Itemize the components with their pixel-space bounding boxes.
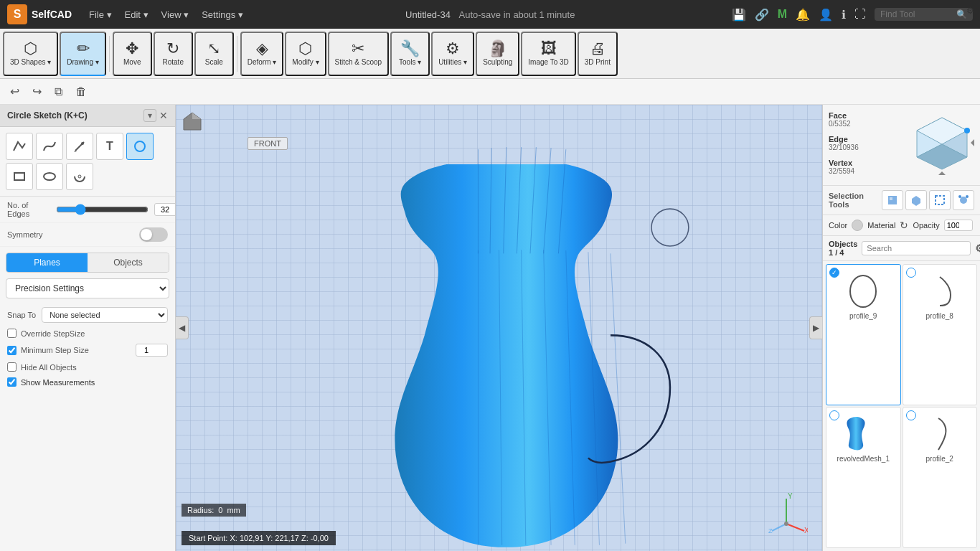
toolbar-utilities[interactable]: ⚙ Utilities ▾ bbox=[431, 32, 474, 76]
vase-canvas[interactable] bbox=[176, 105, 822, 551]
circle-tool[interactable] bbox=[126, 133, 154, 160]
opacity-label: Opacity bbox=[913, 221, 939, 230]
canvas-area[interactable]: ◀ ▶ FRONT bbox=[176, 105, 822, 551]
panel-close-btn[interactable]: ✕ bbox=[159, 110, 168, 121]
left-panel: Circle Sketch (K+C) ▾ ✕ T bbox=[0, 105, 176, 551]
cube-preview[interactable] bbox=[910, 110, 974, 175]
polyline-tool[interactable] bbox=[6, 133, 33, 160]
left-collapse-arrow[interactable]: ◀ bbox=[176, 316, 189, 339]
save-icon[interactable]: 💾 bbox=[732, 8, 746, 22]
vertex-select-btn[interactable] bbox=[953, 190, 974, 210]
planes-tab[interactable]: Planes bbox=[6, 253, 88, 272]
menu-settings[interactable]: Settings ▾ bbox=[196, 6, 249, 23]
spline-tool[interactable] bbox=[36, 133, 63, 160]
ellipse-tool[interactable] bbox=[36, 163, 63, 190]
edges-setting-row: No. ofEdges bbox=[0, 197, 175, 223]
svg-point-5 bbox=[75, 171, 85, 182]
undo-button[interactable]: ↩ bbox=[6, 82, 24, 101]
toolbar-image-to-3d[interactable]: 🖼 Image To 3D bbox=[521, 32, 576, 76]
utilities-icon: ⚙ bbox=[446, 41, 460, 57]
obj-card-profile8[interactable]: profile_8 bbox=[903, 264, 978, 405]
find-tool-icon[interactable]: 🔍 bbox=[956, 9, 967, 19]
panel-dropdown-btn[interactable]: ▾ bbox=[143, 109, 156, 122]
face-info: Face 0/5352 bbox=[829, 111, 859, 128]
title-bar: Untitled-34 Auto-save in about 1 minute bbox=[260, 9, 720, 20]
menu-file[interactable]: File ▾ bbox=[83, 6, 118, 23]
min-step-input[interactable] bbox=[136, 344, 168, 357]
toolbar: ⬡ 3D Shapes ▾ ✏ Drawing ▾ ✥ Move ↻ Rotat… bbox=[0, 29, 980, 79]
show-measurements-row: Show Measurements bbox=[0, 375, 175, 390]
snap-to-label: Snap To bbox=[7, 311, 36, 319]
arc-tool[interactable] bbox=[66, 163, 93, 190]
redo-button[interactable]: ↪ bbox=[28, 82, 46, 101]
document-title: Untitled-34 bbox=[405, 9, 451, 20]
scale-icon: ⤡ bbox=[207, 41, 220, 57]
right-panel: Face 0/5352 Edge 32/10936 Vertex 32/5594 bbox=[822, 105, 980, 551]
svg-line-26 bbox=[786, 524, 804, 531]
pen-tool[interactable] bbox=[66, 133, 93, 160]
override-step-checkbox[interactable] bbox=[7, 329, 17, 338]
toolbar-rotate[interactable]: ↻ Rotate bbox=[154, 32, 193, 76]
edges-input[interactable] bbox=[154, 203, 176, 216]
copy-button[interactable]: ⧉ bbox=[50, 83, 67, 101]
obj-name-profile2: profile_2 bbox=[926, 455, 953, 463]
rectangle-tool[interactable] bbox=[6, 163, 33, 190]
obj-card-revolvedmesh1[interactable]: revolvedMesh_1 bbox=[826, 407, 901, 548]
toolbar-stitch-scoop[interactable]: ✂ Stitch & Scoop bbox=[328, 32, 390, 76]
symmetry-toggle[interactable] bbox=[139, 227, 168, 242]
obj-name-profile9: profile_9 bbox=[849, 312, 877, 320]
user-icon[interactable]: 👤 bbox=[819, 8, 833, 22]
objects-gear-icon[interactable]: ⚙ bbox=[975, 242, 980, 254]
toolbar-3d-shapes[interactable]: ⬡ 3D Shapes ▾ bbox=[3, 32, 58, 76]
material-icon[interactable]: ↻ bbox=[900, 220, 908, 231]
info-icon[interactable]: ℹ bbox=[842, 8, 846, 22]
face-select-btn[interactable] bbox=[882, 190, 903, 210]
color-picker[interactable] bbox=[852, 220, 863, 231]
sep1 bbox=[109, 36, 110, 72]
toolbar-modify[interactable]: ⬡ Modify ▾ bbox=[285, 32, 326, 76]
bell-icon[interactable]: 🔔 bbox=[796, 8, 810, 22]
opacity-input[interactable] bbox=[944, 220, 973, 231]
find-tool-input[interactable] bbox=[880, 9, 952, 19]
toolbar-tools[interactable]: 🔧 Tools ▾ bbox=[390, 32, 430, 76]
objects-search[interactable] bbox=[862, 241, 971, 255]
right-collapse-arrow[interactable]: ▶ bbox=[809, 316, 822, 339]
show-measurements-checkbox[interactable] bbox=[7, 377, 17, 387]
panel-settings-icon[interactable]: ⚙ bbox=[966, 6, 974, 16]
m-icon[interactable]: M bbox=[778, 8, 787, 21]
delete-button[interactable]: 🗑 bbox=[71, 83, 91, 101]
precision-settings-select[interactable]: Precision Settings bbox=[6, 278, 169, 298]
collapse-left-btn[interactable]: ◀ bbox=[176, 316, 189, 339]
snap-to-select[interactable]: None selected bbox=[42, 307, 168, 323]
obj-check-profile2 bbox=[906, 410, 916, 420]
svg-point-30 bbox=[784, 522, 788, 526]
svg-point-42 bbox=[966, 195, 969, 198]
obj-name-revolvedmesh1: revolvedMesh_1 bbox=[837, 455, 890, 463]
toolbar-deform[interactable]: ◈ Deform ▾ bbox=[240, 32, 284, 76]
objects-tab[interactable]: Objects bbox=[88, 253, 169, 272]
solid-select-btn[interactable] bbox=[905, 190, 927, 210]
obj-card-profile9[interactable]: ✓ profile_9 bbox=[826, 264, 901, 405]
edges-slider[interactable] bbox=[56, 204, 149, 215]
min-step-checkbox[interactable] bbox=[7, 346, 17, 355]
hide-objects-checkbox[interactable] bbox=[7, 362, 17, 372]
home-nav-icon[interactable] bbox=[182, 110, 203, 132]
svg-marker-38 bbox=[912, 196, 920, 206]
collapse-right-btn[interactable]: ▶ bbox=[809, 316, 822, 339]
toolbar-sculpting[interactable]: 🗿 Sculpting bbox=[476, 32, 519, 76]
text-tool[interactable]: T bbox=[96, 133, 123, 160]
obj-check-revolvedmesh1 bbox=[829, 410, 839, 420]
toolbar-scale[interactable]: ⤡ Scale bbox=[194, 32, 234, 76]
toolbar-drawing[interactable]: ✏ Drawing ▾ bbox=[60, 32, 105, 76]
menu-view[interactable]: View ▾ bbox=[156, 6, 195, 23]
toolbar-3d-print[interactable]: 🖨 3D Print bbox=[578, 32, 618, 76]
hide-objects-label: Hide All Objects bbox=[21, 363, 77, 372]
toolbar-move[interactable]: ✥ Move bbox=[113, 32, 152, 76]
menu-edit[interactable]: Edit ▾ bbox=[119, 6, 154, 23]
fullscreen-icon[interactable]: ⛶ bbox=[854, 8, 866, 21]
obj-card-profile2[interactable]: profile_2 bbox=[903, 407, 978, 548]
share-icon[interactable]: 🔗 bbox=[755, 8, 769, 22]
find-tool-box: 🔍 bbox=[875, 8, 973, 21]
box-select-btn[interactable] bbox=[929, 190, 951, 210]
symmetry-label: Symmetry bbox=[7, 230, 50, 239]
